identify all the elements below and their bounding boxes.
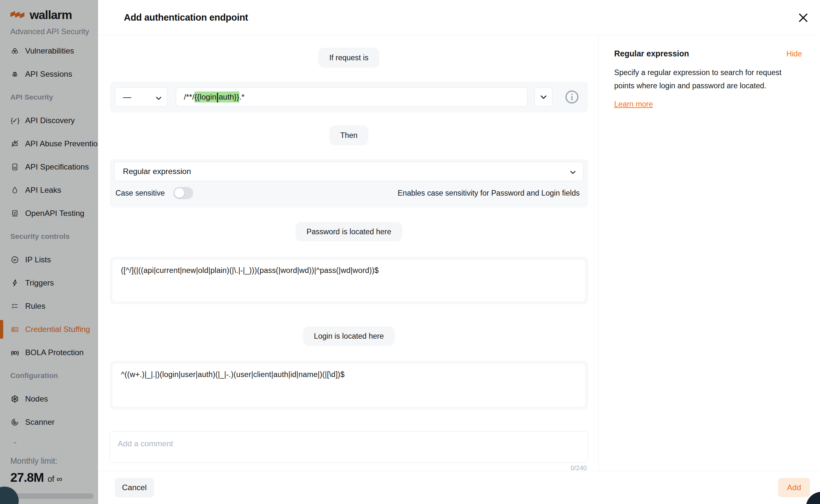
- sidebar-item-label: API Discovery: [25, 116, 75, 125]
- sidebar-item-label: Nodes: [25, 394, 48, 403]
- hexagon-node-icon: [10, 395, 19, 403]
- monthly-limit-label: Monthly limit:: [10, 456, 57, 466]
- sidebar-section-api-security: API Security: [0, 86, 98, 109]
- detection-type-select[interactable]: Regular expression: [114, 162, 583, 181]
- close-icon[interactable]: [796, 10, 811, 25]
- help-panel-text: Specify a regular expression to search f…: [614, 66, 801, 92]
- sidebar-corner-widget: [0, 487, 19, 504]
- case-sensitive-row: Case sensitive Enables case sensitivity …: [114, 181, 583, 205]
- sidebar-item-label: API Leaks: [25, 186, 61, 195]
- learn-more-link[interactable]: Learn more: [614, 100, 653, 109]
- sidebar-item-label: OpenAPI Testing: [25, 209, 84, 218]
- sidebar-item-triggers[interactable]: Triggers: [0, 271, 98, 295]
- sidebar-item-api-leaks[interactable]: API Leaks: [0, 179, 98, 202]
- toggle-knob: [174, 188, 184, 198]
- app-root: wallarm Advanced API Security Vulnerabil…: [0, 0, 820, 504]
- add-button[interactable]: Add: [778, 478, 810, 497]
- modal-title: Add authentication endpoint: [124, 12, 248, 23]
- detection-settings: Regular expression Case sensitive Enable…: [110, 159, 588, 208]
- biohazard-icon: [10, 47, 19, 55]
- modal-body: If request is — /**/{{login|auth}}.*: [98, 35, 820, 471]
- lightning-bolt-icon: [10, 279, 19, 287]
- modal-header: Add authentication endpoint: [98, 0, 820, 35]
- request-url-input[interactable]: /**/{{login|auth}}.*: [176, 87, 527, 107]
- fingerprint-icon: [10, 70, 19, 78]
- sidebar-item-label: Scanner: [25, 418, 54, 427]
- case-sensitive-label: Case sensitive: [115, 189, 165, 198]
- method-select[interactable]: —: [115, 87, 167, 107]
- login-regex-input[interactable]: ^((w+.)|_|.|)(login|user|auth)(|_|-.)(us…: [112, 364, 585, 407]
- sidebar-section-security-controls: Security controls: [0, 225, 98, 248]
- sidebar-menu: Vulnerabilities API Sessions API Securit…: [0, 39, 98, 434]
- braces-check-icon: {✓}: [10, 117, 19, 124]
- sidebar-item-ip-lists[interactable]: IP IP Lists: [0, 248, 98, 271]
- modal-footer: Cancel Add: [98, 471, 820, 504]
- sidebar-item-scanner[interactable]: Scanner: [0, 411, 98, 434]
- checklist-icon: [10, 302, 19, 310]
- sidebar-item-label: Triggers: [25, 278, 54, 287]
- sidebar-item-api-sessions[interactable]: API Sessions: [0, 63, 98, 86]
- chevron-down-icon: [156, 92, 161, 102]
- usage-progress-bar: [10, 493, 93, 499]
- url-suffix: .*: [239, 92, 245, 102]
- sidebar-item-label: BOLA Protection: [25, 348, 83, 357]
- comment-input[interactable]: [110, 431, 588, 463]
- sidebar-item-label: API Abuse Prevention: [25, 139, 98, 148]
- monthly-limit-suffix: of ∞: [47, 474, 62, 484]
- document-icon: [10, 163, 19, 171]
- wallarm-logo-icon: [10, 10, 25, 21]
- case-sensitive-hint: Enables case sensitivity for Password an…: [398, 189, 580, 198]
- svg-text:IP: IP: [14, 258, 17, 262]
- sidebar-item-api-discovery[interactable]: {✓} API Discovery: [0, 109, 98, 132]
- sidebar-item-nodes[interactable]: Nodes: [0, 387, 98, 411]
- url-highlight: {{login|auth}}: [194, 92, 239, 102]
- radar-icon: [10, 418, 19, 426]
- sidebar-item-bola-protection[interactable]: {ID} BOLA Protection: [0, 341, 98, 364]
- droplet-icon: [10, 186, 19, 194]
- id-card-icon: [10, 325, 19, 334]
- case-sensitive-toggle[interactable]: [173, 187, 193, 199]
- doc-check-icon: [10, 209, 19, 218]
- password-regex-input[interactable]: ([^/](|((api|current|new|old|plain)(|\.|…: [112, 260, 585, 301]
- add-auth-endpoint-modal: Add authentication endpoint If request i…: [98, 0, 820, 504]
- sidebar-item-label: IP Lists: [25, 255, 51, 264]
- braces-id-icon: {ID}: [10, 350, 19, 355]
- comment-char-counter: 0/240: [110, 464, 588, 471]
- sidebar: wallarm Advanced API Security Vulnerabil…: [0, 0, 98, 504]
- sidebar-item-label: Credential Stuffing: [25, 325, 90, 334]
- ip-circle-icon: IP: [10, 256, 19, 264]
- url-prefix: /**/: [184, 92, 194, 102]
- text-caret: |: [217, 92, 219, 103]
- sidebar-item-api-abuse-prevention[interactable]: API Abuse Prevention: [0, 132, 98, 155]
- then-pill: Then: [329, 125, 369, 145]
- sidebar-item-label: API Sessions: [25, 70, 72, 79]
- robot-slash-icon: [10, 140, 19, 148]
- if-request-is-pill: If request is: [318, 48, 379, 68]
- hide-help-link[interactable]: Hide: [786, 50, 802, 58]
- product-subtitle: Advanced API Security: [10, 27, 89, 36]
- sidebar-item-api-specifications[interactable]: API Specifications: [0, 155, 98, 179]
- info-icon[interactable]: [565, 90, 579, 104]
- expand-condition-button[interactable]: [534, 87, 552, 107]
- cancel-button[interactable]: Cancel: [115, 478, 154, 497]
- help-panel: Regular expression Hide Specify a regula…: [598, 35, 820, 471]
- monthly-limit-number: 27.8M: [10, 470, 44, 485]
- sidebar-item-vulnerabilities[interactable]: Vulnerabilities: [0, 39, 98, 63]
- monthly-limit-value: 27.8M of ∞: [10, 470, 62, 485]
- sidebar-item-rules[interactable]: Rules: [0, 295, 98, 318]
- sidebar-item-credential-stuffing[interactable]: Credential Stuffing: [0, 318, 98, 341]
- password-regex-section: ([^/](|((api|current|new|old|plain)(|\.|…: [110, 257, 588, 304]
- wallarm-logo[interactable]: wallarm: [10, 8, 72, 22]
- method-select-value: —: [123, 92, 131, 102]
- sidebar-item-label: Rules: [25, 302, 45, 311]
- sidebar-item-openapi-testing[interactable]: OpenAPI Testing: [0, 202, 98, 225]
- sidebar-section-configuration: Configuration: [0, 364, 98, 387]
- help-panel-title: Regular expression: [614, 49, 689, 58]
- password-located-pill: Password is located here: [296, 222, 402, 241]
- login-located-pill: Login is located here: [303, 326, 395, 346]
- login-regex-section: ^((w+.)|_|.|)(login|user|auth)(|_|-.)(us…: [110, 361, 588, 410]
- sidebar-item-label: API Specifications: [25, 162, 89, 171]
- detection-type-value: Regular expression: [123, 167, 191, 176]
- request-condition-row: — /**/{{login|auth}}.*: [110, 82, 588, 112]
- logo-text: wallarm: [30, 8, 72, 22]
